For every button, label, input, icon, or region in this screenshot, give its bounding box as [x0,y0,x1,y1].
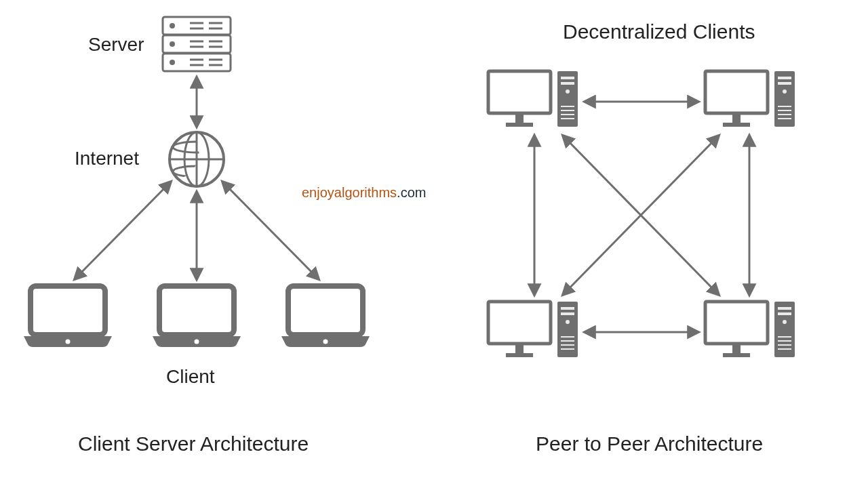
laptop-client-1 [24,286,112,347]
peer-bottom-left [488,302,578,357]
arrow-internet-client1 [75,182,171,279]
laptop-client-2 [153,286,241,347]
peer-bottom-right [705,302,795,357]
diagram-svg [0,0,868,488]
globe-icon [170,132,224,186]
peer-top-left [488,71,578,127]
diagram-stage: Server Internet Client Client Server Arc… [0,0,868,488]
peer-top-right [705,71,795,127]
server-icon [163,17,231,71]
laptop-client-3 [281,286,370,347]
p2p-panel [488,71,795,357]
client-server-panel [24,17,370,347]
arrow-internet-client3 [222,182,319,279]
